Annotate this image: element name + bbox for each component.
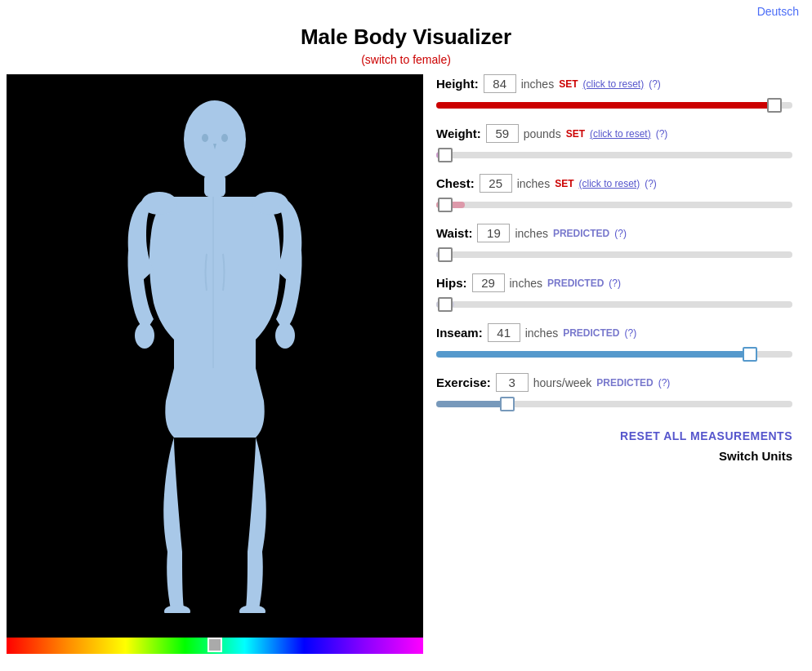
body-figure: [7, 74, 423, 629]
hips-unit: inches: [510, 277, 542, 290]
page-subtitle[interactable]: (switch to female): [0, 53, 812, 66]
height-label: Height:: [436, 77, 479, 91]
exercise-help[interactable]: (?): [658, 377, 671, 389]
inseam-slider-container[interactable]: [436, 345, 792, 363]
exercise-slider-track[interactable]: [436, 401, 792, 407]
waist-slider-track[interactable]: [436, 251, 792, 258]
weight-slider-track[interactable]: [436, 152, 792, 158]
weight-status: SET: [566, 128, 585, 140]
height-row: Height: 84 inches SET (click to reset) (…: [436, 74, 792, 114]
inseam-label-row: Inseam: 41 inches PREDICTED (?): [436, 323, 792, 342]
exercise-unit: hours/week: [533, 376, 592, 389]
exercise-row: Exercise: 3 hours/week PREDICTED (?): [436, 373, 792, 413]
exercise-slider-fill: [436, 401, 507, 407]
svg-point-0: [184, 100, 246, 179]
exercise-status: PREDICTED: [596, 377, 653, 389]
inseam-status: PREDICTED: [563, 327, 619, 339]
hips-label: Hips:: [436, 276, 467, 290]
chest-label: Chest:: [436, 176, 475, 190]
waist-slider-container[interactable]: [436, 246, 792, 264]
weight-help[interactable]: (?): [656, 128, 668, 140]
height-help[interactable]: (?): [649, 78, 661, 90]
exercise-slider-container[interactable]: [436, 395, 792, 413]
switch-gender-link[interactable]: (switch to female): [361, 53, 451, 66]
exercise-value[interactable]: 3: [496, 373, 529, 392]
height-label-row: Height: 84 inches SET (click to reset) (…: [436, 74, 792, 93]
svg-rect-1: [204, 174, 225, 197]
controls-panel: Height: 84 inches SET (click to reset) (…: [423, 74, 805, 654]
viewer-panel: [7, 74, 423, 654]
waist-label-row: Waist: 19 inches PREDICTED (?): [436, 224, 792, 242]
body-svg: [92, 91, 337, 613]
weight-row: Weight: 59 pounds SET (click to reset) (…: [436, 124, 792, 164]
chest-help[interactable]: (?): [645, 178, 657, 189]
chest-row: Chest: 25 inches SET (click to reset) (?…: [436, 174, 792, 214]
svg-point-7: [239, 605, 265, 613]
top-bar: Deutsch: [0, 0, 812, 18]
waist-row: Waist: 19 inches PREDICTED (?): [436, 224, 792, 264]
inseam-help[interactable]: (?): [625, 327, 637, 339]
hips-slider-container[interactable]: [436, 296, 792, 313]
svg-point-6: [164, 605, 190, 613]
chest-slider-track[interactable]: [436, 202, 792, 208]
exercise-label: Exercise:: [436, 375, 491, 389]
weight-unit: pounds: [524, 127, 561, 140]
height-slider-track[interactable]: [436, 102, 792, 109]
chest-slider-thumb[interactable]: [438, 198, 453, 212]
hips-label-row: Hips: 29 inches PREDICTED (?): [436, 273, 792, 292]
page-title: Male Body Visualizer: [0, 24, 812, 50]
hips-row: Hips: 29 inches PREDICTED (?): [436, 273, 792, 313]
waist-value[interactable]: 19: [477, 224, 510, 242]
weight-label-row: Weight: 59 pounds SET (click to reset) (…: [436, 124, 792, 143]
weight-slider-thumb[interactable]: [438, 148, 453, 162]
height-slider-fill: [436, 102, 774, 109]
svg-point-8: [202, 134, 208, 142]
color-bar-thumb[interactable]: [207, 638, 222, 652]
weight-label: Weight:: [436, 127, 481, 140]
height-slider-container[interactable]: [436, 96, 792, 114]
svg-point-9: [221, 134, 228, 142]
color-bar[interactable]: [7, 638, 423, 654]
chest-slider-container[interactable]: [436, 196, 792, 214]
inseam-slider-fill: [436, 351, 750, 358]
waist-label: Waist:: [436, 226, 472, 240]
lang-link[interactable]: Deutsch: [757, 5, 799, 18]
weight-value[interactable]: 59: [486, 124, 519, 143]
exercise-label-row: Exercise: 3 hours/week PREDICTED (?): [436, 373, 792, 392]
main-layout: Height: 84 inches SET (click to reset) (…: [0, 74, 812, 654]
weight-reset[interactable]: (click to reset): [590, 128, 651, 140]
height-value[interactable]: 84: [484, 74, 516, 93]
hips-slider-track[interactable]: [436, 301, 792, 308]
switch-units-button[interactable]: Switch Units: [719, 449, 792, 463]
waist-unit: inches: [515, 227, 547, 240]
bottom-actions: RESET ALL MEASUREMENTS Switch Units: [436, 429, 792, 463]
inseam-slider-thumb[interactable]: [743, 347, 757, 362]
exercise-slider-thumb[interactable]: [500, 397, 515, 411]
height-unit: inches: [521, 78, 554, 91]
height-slider-thumb[interactable]: [767, 98, 782, 113]
height-status: SET: [559, 78, 578, 90]
hips-value[interactable]: 29: [472, 273, 505, 292]
chest-value[interactable]: 25: [480, 174, 512, 193]
waist-help[interactable]: (?): [614, 228, 627, 239]
weight-slider-container[interactable]: [436, 146, 792, 164]
chest-unit: inches: [517, 177, 550, 190]
hips-help[interactable]: (?): [609, 278, 621, 289]
inseam-value[interactable]: 41: [488, 323, 520, 342]
waist-status: PREDICTED: [553, 228, 609, 239]
svg-point-4: [135, 322, 154, 349]
inseam-label: Inseam:: [436, 326, 483, 340]
waist-slider-thumb[interactable]: [438, 247, 453, 262]
inseam-row: Inseam: 41 inches PREDICTED (?): [436, 323, 792, 363]
svg-point-5: [275, 322, 295, 349]
chest-status: SET: [555, 178, 573, 189]
hips-status: PREDICTED: [547, 278, 604, 289]
chest-label-row: Chest: 25 inches SET (click to reset) (?…: [436, 174, 792, 193]
hips-slider-thumb[interactable]: [438, 297, 453, 312]
inseam-unit: inches: [525, 327, 558, 340]
chest-reset[interactable]: (click to reset): [578, 178, 640, 189]
inseam-slider-track[interactable]: [436, 351, 792, 358]
reset-all-button[interactable]: RESET ALL MEASUREMENTS: [620, 429, 792, 442]
height-reset[interactable]: (click to reset): [582, 78, 644, 90]
